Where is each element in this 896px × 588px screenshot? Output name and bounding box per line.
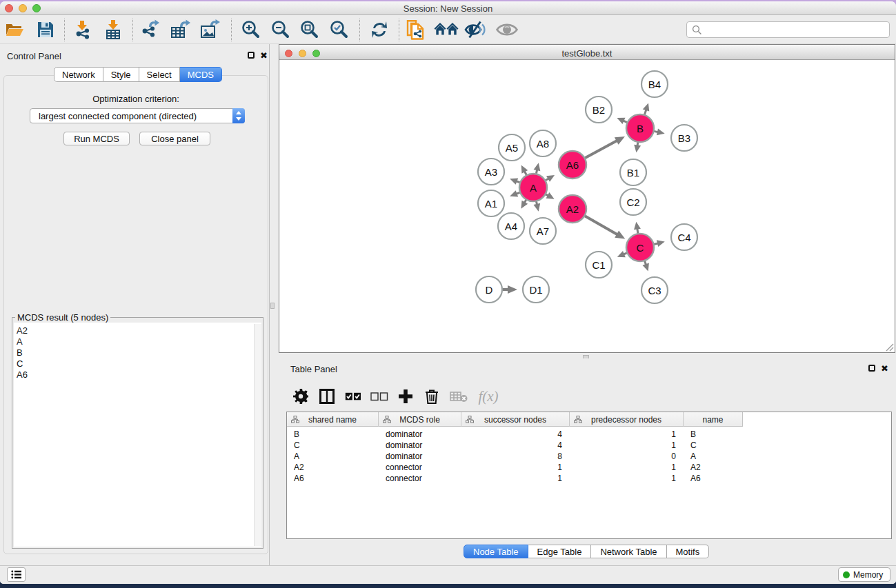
graph-node-label-A: A [530,182,537,194]
network-graph: AA6A2BCA5A8A3A1A4A7B2B4B3B1C2C4C1C3DD1 [279,61,895,352]
search-input[interactable] [702,23,889,36]
resize-grip-icon[interactable] [885,343,894,352]
table-cell: A6 [294,473,304,484]
houses-icon [434,21,459,39]
network-canvas[interactable]: AA6A2BCA5A8A3A1A4A7B2B4B3B1C2C4C1C3DD1 [279,61,895,352]
table-cell: 1 [570,440,676,451]
main-toolbar [0,15,896,44]
graph-arrowhead [634,222,641,230]
control-panel-tab-select[interactable]: Select [139,67,180,82]
trash-icon [425,389,439,405]
hide-selected-button[interactable] [464,15,488,44]
delete-table-button[interactable] [445,390,472,403]
select-all-button[interactable] [340,392,366,401]
column-header-successor-nodes[interactable]: successor nodes [461,412,570,427]
mcds-result-item[interactable]: C [14,358,261,369]
graph-arrowhead [510,190,518,196]
graph-arrowhead [643,103,650,112]
export-table-button[interactable] [169,15,191,44]
mcds-result-scrollbar[interactable] [254,324,261,546]
table-close-panel-icon[interactable]: ✖ [881,365,888,372]
deselect-all-button[interactable] [366,392,392,401]
create-column-button[interactable] [392,389,419,404]
control-panel-tab-mcds[interactable]: MCDS [180,67,222,82]
memory-button[interactable]: Memory [838,567,890,582]
zoom-fit-button[interactable] [298,15,319,44]
mcds-result-item[interactable]: A2 [14,325,261,336]
table-cell: 8 [461,451,562,462]
import-table-button[interactable] [103,15,123,44]
table-tab-node-table[interactable]: Node Table [464,545,528,558]
refresh-button[interactable] [368,15,390,44]
split-view-button[interactable] [314,389,340,404]
gear-icon [293,389,308,404]
column-header-label: name [702,415,723,425]
zoom-selected-button[interactable] [328,15,349,44]
mcds-result-item[interactable]: A [14,336,261,347]
table-cell: 1 [570,429,676,440]
table-row-A2[interactable]: A2connector11A2 [287,462,891,473]
table-cell: B [690,429,696,440]
graph-node-label-B3: B3 [678,132,690,144]
optimization-criterion-dropdown[interactable]: largest connected component (directed) [30,108,245,123]
control-panel-tabs: NetworkStyleSelectMCDS [54,67,222,82]
table-cell: C [690,440,697,451]
table-tab-edge-table[interactable]: Edge Table [528,545,592,558]
task-history-button[interactable] [7,567,26,582]
export-image-icon [199,19,220,40]
table-row-B[interactable]: Bdominator41B [287,429,891,440]
export-network-icon [140,19,159,40]
table-cell: 1 [570,473,676,484]
graph-node-label-B4: B4 [648,79,661,90]
table-toolbar: f(x) [288,383,504,409]
show-all-button[interactable] [434,15,459,44]
table-row-C[interactable]: Cdominator41C [287,440,891,451]
table-tab-network-table[interactable]: Network Table [591,545,666,558]
export-network-button[interactable] [139,15,160,44]
mcds-result-list[interactable]: A2ABCA6 [14,323,261,547]
mcds-result-item[interactable]: B [14,347,261,358]
table-settings-button[interactable] [288,389,314,404]
control-panel-tab-style[interactable]: Style [103,67,139,82]
network-window-titlebar: testGlobe.txt [279,45,895,60]
zoom-fit-icon [299,19,319,40]
table-cell: 0 [570,451,676,462]
column-header-name[interactable]: name [684,412,742,427]
close-panel-icon[interactable]: ✖ [260,52,268,59]
graph-node-label-B2: B2 [593,104,605,116]
show-eye-button[interactable] [495,15,519,44]
column-header-label: successor nodes [484,415,546,425]
function-builder-icon: f(x) [478,388,498,405]
vertical-splitter-handle[interactable] [270,303,275,309]
close-panel-button[interactable]: Close panel [139,132,210,145]
zoom-in-button[interactable] [239,15,261,44]
refresh-icon [369,19,390,40]
memory-status-dot [843,571,850,578]
toolbar-separator [399,19,399,41]
save-session-button[interactable] [35,15,56,44]
control-panel-tab-network[interactable]: Network [54,67,103,82]
mcds-result-groupbox: MCDS result (5 nodes) A2ABCA6 [12,317,263,549]
run-mcds-button[interactable]: Run MCDS [63,132,130,145]
column-header-predecessor-nodes[interactable]: predecessor nodes [570,412,684,427]
zoom-out-button[interactable] [269,15,290,44]
export-image-button[interactable] [199,15,221,44]
duplicate-network-button[interactable] [406,15,425,44]
function-builder-button[interactable]: f(x) [472,388,504,405]
table-row-A[interactable]: Adominator80A [287,451,891,462]
select-all-icon [345,392,361,401]
graph-node-label-A4: A4 [505,221,517,232]
column-header-shared-name[interactable]: shared name [287,412,379,427]
delete-column-button[interactable] [419,389,445,405]
plus-icon [398,389,413,404]
mcds-result-item[interactable]: A6 [14,369,261,381]
zoom-out-icon [270,19,290,40]
table-float-panel-icon[interactable] [868,365,875,372]
node-table: shared nameMCDS rolesuccessor nodesprede… [286,412,892,539]
open-session-button[interactable] [4,15,25,44]
column-header-MCDS-role[interactable]: MCDS role [379,412,461,427]
import-network-button[interactable] [72,15,93,44]
table-tab-motifs[interactable]: Motifs [667,545,710,558]
float-panel-icon[interactable] [248,52,255,59]
table-row-A6[interactable]: A6connector11A6 [287,473,891,484]
